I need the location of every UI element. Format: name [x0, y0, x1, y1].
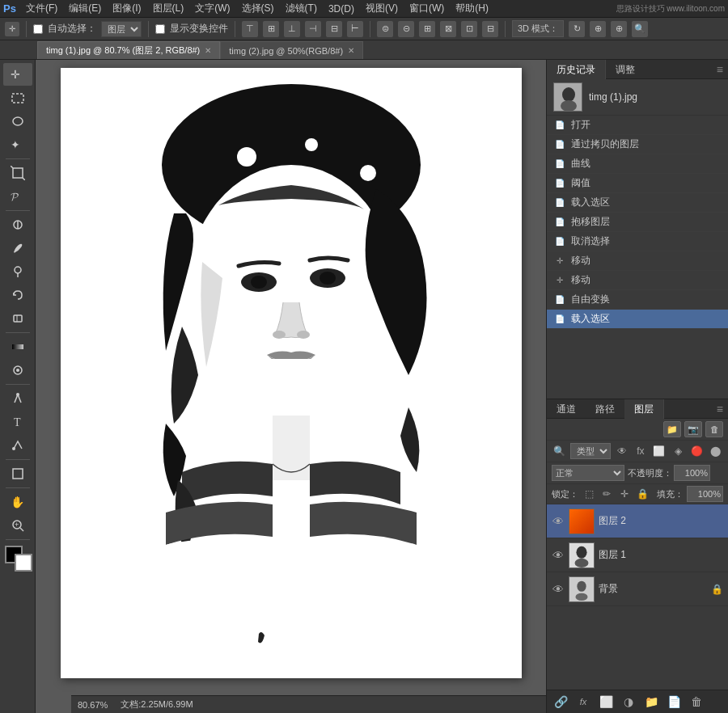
layers-smartobj-filter[interactable]: ◈ — [671, 443, 686, 459]
align-hcenter-btn[interactable]: ⊟ — [326, 21, 342, 37]
history-item-10[interactable]: 📄 载入选区 — [547, 310, 728, 329]
tab-history[interactable]: 历史记录 — [547, 60, 606, 79]
layer-item-bg[interactable]: 👁 背景 🔒 — [547, 572, 728, 606]
layers-color-filter[interactable]: 🔴 — [689, 443, 705, 459]
layers-filter-type[interactable]: 类型 — [570, 443, 611, 459]
layers-panel-menu-icon[interactable]: ≡ — [712, 399, 728, 418]
layer-item-1[interactable]: 👁 图层 1 — [547, 538, 728, 572]
layer-new-btn[interactable]: 📄 — [665, 694, 683, 710]
menu-file[interactable]: 文件(F) — [21, 0, 62, 17]
3d-zoom-btn[interactable]: ⊕ — [611, 21, 627, 37]
tab-paths[interactable]: 路径 — [586, 399, 624, 419]
layer-delete-btn[interactable]: 🗑 — [688, 694, 705, 710]
layers-create-group-btn[interactable]: 📁 — [663, 421, 681, 437]
tab-timg1-close[interactable]: ✕ — [205, 46, 211, 55]
tool-zoom[interactable]: + — [3, 514, 32, 537]
menu-text[interactable]: 文字(W) — [190, 0, 235, 17]
distribute-2-btn[interactable]: ⊝ — [398, 21, 414, 37]
distribute-4-btn[interactable]: ⊠ — [440, 21, 456, 37]
layer-item-2[interactable]: 👁 图层 2 — [547, 504, 728, 538]
tab-timg2[interactable]: timg (2).jpg @ 50%(RGB/8#) ✕ — [220, 41, 363, 59]
tool-marquee[interactable] — [3, 86, 32, 109]
layers-camera-btn[interactable]: 📷 — [684, 421, 702, 437]
menu-image[interactable]: 图像(I) — [108, 0, 146, 17]
history-item-8[interactable]: ✛ 移动 — [547, 271, 728, 290]
color-swatch[interactable] — [3, 546, 32, 572]
layer-fx-btn[interactable]: fx — [574, 694, 592, 710]
layer-adj-btn[interactable]: ◑ — [620, 694, 637, 710]
history-panel-menu-icon[interactable]: ≡ — [712, 60, 728, 78]
lock-transparent-icon[interactable]: ⬚ — [582, 487, 596, 501]
tool-history-brush[interactable] — [3, 284, 32, 306]
layer-bg-visibility[interactable]: 👁 — [552, 583, 565, 596]
layer-group-btn[interactable]: 📁 — [642, 694, 660, 710]
tool-healing[interactable] — [3, 213, 32, 236]
tab-timg1[interactable]: timg (1).jpg @ 80.7% (图层 2, RGB/8#) ✕ — [37, 41, 220, 59]
move-tool-icon[interactable]: ✛ — [5, 22, 19, 36]
tool-move[interactable]: ✛ — [3, 63, 32, 86]
align-left-btn[interactable]: ⊣ — [305, 21, 321, 37]
layer-2-visibility[interactable]: 👁 — [552, 515, 565, 528]
history-item-3[interactable]: 📄 阈值 — [547, 174, 728, 193]
auto-select-dropdown[interactable]: 图层 — [101, 21, 142, 37]
history-item-2[interactable]: 📄 曲线 — [547, 154, 728, 174]
layers-delete-btn[interactable]: 🗑 — [705, 421, 723, 437]
layers-adj-filter[interactable]: ⬤ — [708, 443, 723, 459]
tab-timg2-close[interactable]: ✕ — [348, 46, 354, 55]
history-item-9[interactable]: 📄 自由变换 — [547, 290, 728, 310]
distribute-3-btn[interactable]: ⊞ — [419, 21, 435, 37]
layer-mask-btn[interactable]: ⬜ — [597, 694, 615, 710]
background-color[interactable] — [15, 554, 32, 572]
menu-help[interactable]: 帮助(H) — [451, 0, 493, 17]
layers-mask-filter[interactable]: ⬜ — [651, 443, 667, 459]
menu-layer[interactable]: 图层(L) — [148, 0, 189, 17]
tool-eyedropper[interactable]: 𝓟 — [3, 185, 32, 208]
tool-shape[interactable] — [3, 462, 32, 485]
tool-pen[interactable] — [3, 387, 32, 410]
lock-all-icon[interactable]: 🔒 — [635, 487, 650, 501]
fill-input[interactable] — [687, 486, 723, 502]
align-top-btn[interactable]: ⊤ — [242, 21, 258, 37]
3d-pan-btn[interactable]: ⊕ — [590, 21, 606, 37]
history-item-0[interactable]: 📄 打开 — [547, 116, 728, 135]
distribute-1-btn[interactable]: ⊜ — [377, 21, 393, 37]
layer-1-visibility[interactable]: 👁 — [552, 549, 565, 562]
tool-blur[interactable] — [3, 359, 32, 382]
tool-crop[interactable] — [3, 162, 32, 184]
history-item-6[interactable]: 📄 取消选择 — [547, 232, 728, 251]
menu-filter[interactable]: 滤镜(T) — [281, 0, 322, 17]
tool-stamp[interactable] — [3, 260, 32, 283]
history-item-7[interactable]: ✛ 移动 — [547, 251, 728, 271]
3d-orbit-btn[interactable]: ↻ — [569, 21, 585, 37]
opacity-input[interactable] — [674, 465, 710, 481]
layers-visibility-filter[interactable]: 👁 — [614, 443, 629, 459]
tool-brush[interactable] — [3, 237, 32, 259]
tab-layers[interactable]: 图层 — [624, 399, 664, 419]
layer-link-btn[interactable]: 🔗 — [552, 694, 569, 710]
show-transform-checkbox[interactable] — [155, 24, 165, 34]
distribute-5-btn[interactable]: ⊡ — [461, 21, 477, 37]
tool-gradient[interactable] — [3, 335, 32, 358]
tool-path-select[interactable] — [3, 434, 32, 457]
align-vcenter-btn[interactable]: ⊞ — [263, 21, 279, 37]
history-item-1[interactable]: 📄 通过拷贝的图层 — [547, 135, 728, 154]
layers-filter-icon[interactable]: 🔍 — [552, 443, 567, 459]
align-bottom-btn[interactable]: ⊥ — [284, 21, 300, 37]
menu-edit[interactable]: 编辑(E) — [64, 0, 106, 17]
auto-select-checkbox[interactable] — [33, 24, 43, 34]
blend-mode-select[interactable]: 正常 — [552, 465, 624, 481]
history-item-5[interactable]: 📄 抱移图层 — [547, 213, 728, 232]
tab-adjust[interactable]: 调整 — [606, 60, 645, 79]
layers-fx-filter[interactable]: fx — [633, 443, 648, 459]
tool-lasso[interactable] — [3, 110, 32, 133]
tool-hand[interactable]: ✋ — [3, 491, 32, 513]
tool-text[interactable]: T — [3, 411, 32, 433]
tool-eraser[interactable] — [3, 307, 32, 330]
lock-position-icon[interactable]: ✛ — [617, 487, 632, 501]
history-item-4[interactable]: 📄 载入选区 — [547, 193, 728, 213]
menu-3d[interactable]: 3D(D) — [324, 2, 359, 16]
tab-channels[interactable]: 通道 — [547, 399, 586, 419]
menu-window[interactable]: 窗口(W) — [404, 0, 449, 17]
menu-select[interactable]: 选择(S) — [237, 0, 279, 17]
distribute-6-btn[interactable]: ⊟ — [482, 21, 498, 37]
